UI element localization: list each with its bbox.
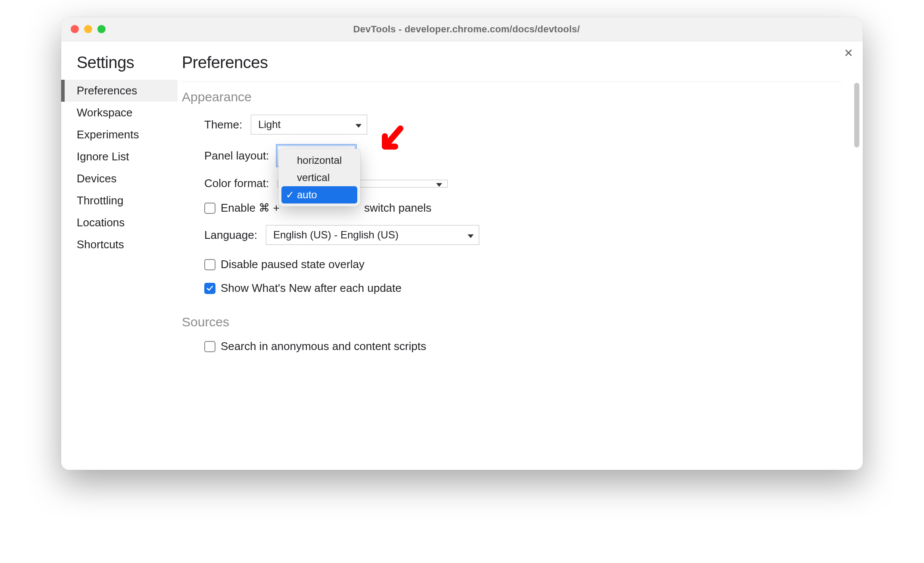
settings-sidebar: Settings Preferences Workspace Experimen… xyxy=(61,41,178,470)
sidebar-item-ignore-list[interactable]: Ignore List xyxy=(61,146,178,168)
dropdown-option-vertical[interactable]: vertical xyxy=(281,169,357,186)
disable-overlay-label: Disable paused state overlay xyxy=(221,258,365,271)
panel-layout-label: Panel layout: xyxy=(204,149,269,163)
sidebar-item-throttling[interactable]: Throttling xyxy=(61,190,178,212)
whats-new-row: Show What's New after each update xyxy=(204,282,841,295)
sidebar-item-label: Preferences xyxy=(77,84,137,97)
content: ✕ Settings Preferences Workspace Experim… xyxy=(61,41,863,470)
theme-row: Theme: Light xyxy=(204,115,841,134)
sidebar-item-shortcuts[interactable]: Shortcuts xyxy=(61,234,178,256)
color-format-label: Color format: xyxy=(204,177,269,190)
theme-select-value: Light xyxy=(258,119,281,131)
search-anon-checkbox[interactable] xyxy=(204,341,215,352)
sidebar-item-devices[interactable]: Devices xyxy=(61,168,178,190)
sidebar-title: Settings xyxy=(61,53,178,80)
whats-new-label: Show What's New after each update xyxy=(221,282,402,295)
window-title: DevTools - developer.chrome.com/docs/dev… xyxy=(106,24,827,35)
zoom-window-button[interactable] xyxy=(97,25,106,33)
language-select-value: English (US) - English (US) xyxy=(273,229,399,241)
sidebar-item-experiments[interactable]: Experiments xyxy=(61,124,178,146)
language-select[interactable]: English (US) - English (US) xyxy=(266,225,479,245)
language-label: Language: xyxy=(204,228,257,242)
minimize-window-button[interactable] xyxy=(84,25,92,33)
language-row: Language: English (US) - English (US) xyxy=(204,225,841,245)
chevron-down-icon xyxy=(468,229,474,241)
sidebar-item-label: Ignore List xyxy=(77,150,129,163)
sidebar-item-preferences[interactable]: Preferences xyxy=(61,80,178,102)
sidebar-item-label: Workspace xyxy=(77,106,133,119)
enable-cmd-checkbox[interactable] xyxy=(204,203,215,214)
theme-select[interactable]: Light xyxy=(251,115,367,134)
theme-label: Theme: xyxy=(204,118,242,131)
panel-layout-dropdown: horizontal vertical auto xyxy=(278,149,360,206)
appearance-header: Appearance xyxy=(182,90,841,104)
close-window-button[interactable] xyxy=(71,25,79,33)
sidebar-item-workspace[interactable]: Workspace xyxy=(61,102,178,124)
sidebar-item-label: Locations xyxy=(77,216,125,229)
sidebar-item-locations[interactable]: Locations xyxy=(61,212,178,234)
sources-header: Sources xyxy=(182,315,841,329)
devtools-window: DevTools - developer.chrome.com/docs/dev… xyxy=(61,17,863,470)
sidebar-item-label: Devices xyxy=(77,172,116,185)
disable-overlay-row: Disable paused state overlay xyxy=(204,258,841,271)
chevron-down-icon xyxy=(436,178,442,190)
divider xyxy=(182,81,841,82)
arrow-annotation-icon xyxy=(379,125,405,157)
whats-new-checkbox[interactable] xyxy=(204,283,215,294)
sidebar-item-label: Experiments xyxy=(77,128,139,141)
disable-overlay-checkbox[interactable] xyxy=(204,259,215,270)
sidebar-item-label: Shortcuts xyxy=(77,238,124,251)
preferences-panel: Preferences Appearance Theme: Light Pane… xyxy=(178,41,863,470)
traffic-lights xyxy=(71,25,106,33)
page-title: Preferences xyxy=(182,53,841,72)
search-anon-label: Search in anonymous and content scripts xyxy=(221,340,426,353)
sidebar-item-label: Throttling xyxy=(77,194,123,207)
titlebar: DevTools - developer.chrome.com/docs/dev… xyxy=(61,17,863,41)
dropdown-option-horizontal[interactable]: horizontal xyxy=(281,152,357,169)
dropdown-option-auto[interactable]: auto xyxy=(281,186,357,203)
chevron-down-icon xyxy=(356,119,362,131)
search-anon-row: Search in anonymous and content scripts xyxy=(204,340,841,353)
